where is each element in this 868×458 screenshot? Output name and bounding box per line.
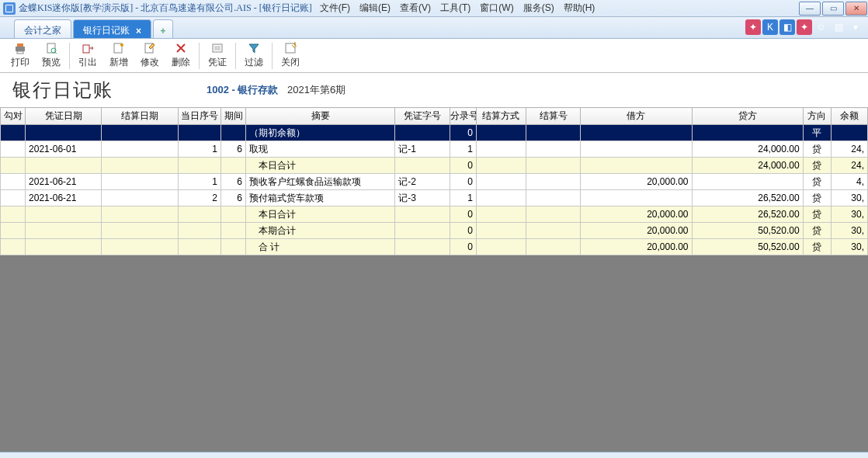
menu-item[interactable]: 帮助(H) bbox=[559, 0, 600, 16]
toolbar-label: 修改 bbox=[141, 56, 159, 69]
cell: 6 bbox=[221, 174, 246, 190]
table-row[interactable]: 2021-06-2116预收客户红螺食品运输款项记-2020,000.00贷4, bbox=[1, 174, 868, 190]
col-header[interactable]: 凭证日期 bbox=[26, 108, 102, 125]
cell bbox=[395, 125, 450, 141]
col-header[interactable]: 方向 bbox=[803, 108, 831, 125]
toolbar-凭证[interactable]: 凭证 bbox=[202, 40, 233, 71]
maximize-button[interactable]: ▭ bbox=[822, 2, 844, 16]
minimize-button[interactable]: — bbox=[799, 2, 821, 16]
cell bbox=[26, 239, 102, 255]
menu-item[interactable]: 文件(F) bbox=[315, 0, 355, 16]
menu-item[interactable]: 窗口(W) bbox=[475, 0, 518, 16]
toolbar-label: 引出 bbox=[78, 56, 97, 69]
tab-close-icon[interactable]: × bbox=[136, 26, 141, 36]
table-row[interactable]: 2021-06-0116取现记-1124,000.00贷24, bbox=[1, 141, 868, 158]
menu-item[interactable]: 工具(T) bbox=[436, 0, 475, 16]
引出-icon bbox=[82, 42, 94, 54]
toolbar-预览[interactable]: 预览 bbox=[36, 40, 67, 71]
cell bbox=[526, 239, 580, 255]
close-button[interactable]: ✕ bbox=[845, 2, 867, 16]
table-row[interactable]: 2021-06-2126预付箱式货车款项记-3126,520.00贷30, bbox=[1, 190, 868, 206]
cell: 0 bbox=[450, 223, 476, 239]
修改-icon bbox=[144, 42, 156, 54]
cell: 2021-06-01 bbox=[26, 141, 102, 158]
cell: 4, bbox=[831, 174, 867, 190]
toolbar-修改[interactable]: 修改 bbox=[134, 40, 165, 71]
col-header[interactable]: 余额 bbox=[831, 108, 867, 125]
quick-icon-3[interactable]: ◧ bbox=[779, 19, 795, 35]
table-row[interactable]: 本日合计020,000.0026,520.00贷30, bbox=[1, 206, 868, 223]
cell: 2021-06-21 bbox=[26, 174, 102, 190]
quick-icon-2[interactable]: K bbox=[762, 19, 778, 35]
cell: 24,000.00 bbox=[692, 158, 803, 174]
col-header[interactable]: 结算方式 bbox=[476, 108, 526, 125]
cell: 20,000.00 bbox=[581, 206, 692, 223]
col-header[interactable]: 结算号 bbox=[526, 108, 580, 125]
cell bbox=[692, 125, 803, 141]
table-row[interactable]: 合 计020,000.0050,520.00贷30, bbox=[1, 239, 868, 255]
cell bbox=[476, 125, 526, 141]
cell bbox=[581, 190, 692, 206]
cell bbox=[1, 141, 26, 158]
cell bbox=[395, 239, 450, 255]
toolbar-过滤[interactable]: 过滤 bbox=[238, 40, 269, 71]
cell: 50,520.00 bbox=[692, 239, 803, 255]
toolbar-新增[interactable]: 新增 bbox=[103, 40, 134, 71]
cell bbox=[476, 158, 526, 174]
quick-icon-1[interactable]: ✦ bbox=[745, 19, 761, 35]
cell: 30, bbox=[831, 223, 867, 239]
col-header[interactable]: 借方 bbox=[581, 108, 692, 125]
col-header[interactable]: 摘要 bbox=[246, 108, 395, 125]
tab-home[interactable]: 会计之家 bbox=[14, 19, 71, 38]
chat-icon[interactable]: ▤ bbox=[831, 19, 846, 35]
col-header[interactable]: 当日序号 bbox=[178, 108, 221, 125]
col-header[interactable]: 结算日期 bbox=[102, 108, 178, 125]
cell: 贷 bbox=[803, 190, 831, 206]
删除-icon bbox=[175, 42, 187, 54]
cell bbox=[178, 158, 221, 174]
cell bbox=[1, 125, 26, 141]
cell bbox=[395, 223, 450, 239]
col-header[interactable]: 分录号 bbox=[450, 108, 476, 125]
cell bbox=[102, 223, 178, 239]
toolbar-关闭[interactable]: 关闭 bbox=[275, 40, 306, 71]
toolbar-label: 新增 bbox=[109, 56, 128, 69]
cell: 贷 bbox=[803, 174, 831, 190]
journal-grid[interactable]: 勾对凭证日期结算日期当日序号期间摘要凭证字号分录号结算方式结算号借方贷方方向余额… bbox=[0, 107, 868, 255]
tab-bank-journal[interactable]: 银行日记账× bbox=[73, 19, 151, 38]
svg-rect-1 bbox=[17, 43, 23, 47]
table-row[interactable]: 本期合计020,000.0050,520.00贷30, bbox=[1, 223, 868, 239]
cell bbox=[526, 223, 580, 239]
toolbar-打印[interactable]: 打印 bbox=[5, 40, 36, 71]
cell bbox=[581, 125, 692, 141]
table-row[interactable]: 本日合计024,000.00贷24, bbox=[1, 158, 868, 174]
col-header[interactable]: 贷方 bbox=[692, 108, 803, 125]
menu-item[interactable]: 编辑(E) bbox=[355, 0, 395, 16]
cell bbox=[102, 190, 178, 206]
cell: 本日合计 bbox=[246, 158, 395, 174]
cell bbox=[178, 239, 221, 255]
cell: 24, bbox=[831, 158, 867, 174]
cell: 30, bbox=[831, 206, 867, 223]
menu-item[interactable]: 服务(S) bbox=[519, 0, 559, 16]
quick-icon-4[interactable]: ✦ bbox=[797, 19, 812, 35]
table-row[interactable]: （期初余额）0平 bbox=[1, 125, 868, 141]
col-header[interactable]: 凭证字号 bbox=[395, 108, 450, 125]
cell: 20,000.00 bbox=[581, 174, 692, 190]
toolbar-sep bbox=[199, 43, 200, 69]
col-header[interactable]: 期间 bbox=[221, 108, 246, 125]
cell: 20,000.00 bbox=[581, 223, 692, 239]
toolbar-引出[interactable]: 引出 bbox=[72, 40, 103, 71]
cell: 24, bbox=[831, 141, 867, 158]
smiley-icon[interactable]: ☺ bbox=[814, 19, 829, 35]
col-header[interactable]: 勾对 bbox=[1, 108, 26, 125]
cell bbox=[476, 223, 526, 239]
cell bbox=[526, 174, 580, 190]
cell: 2 bbox=[178, 190, 221, 206]
cell bbox=[476, 239, 526, 255]
tab-new[interactable]: + bbox=[153, 19, 173, 38]
menu-item[interactable]: 查看(V) bbox=[395, 0, 436, 16]
dropdown-icon[interactable]: ▾ bbox=[848, 19, 863, 35]
cell bbox=[526, 190, 580, 206]
toolbar-删除[interactable]: 删除 bbox=[165, 40, 196, 71]
